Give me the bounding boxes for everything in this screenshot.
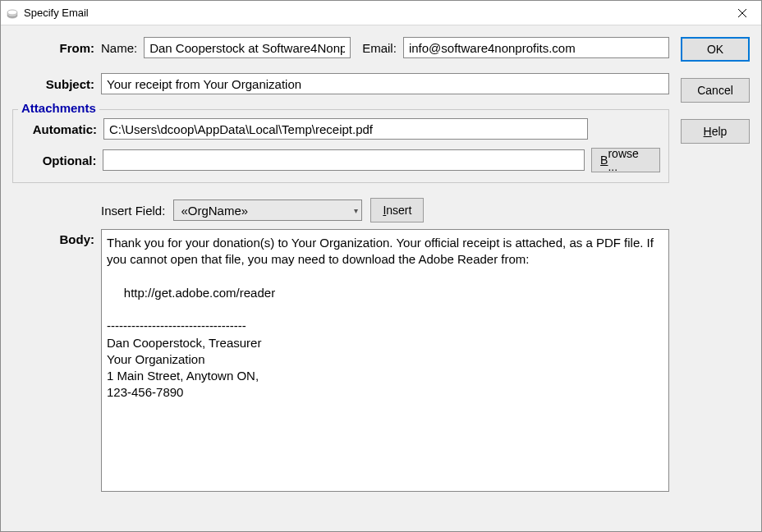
automatic-row: Automatic: [21, 118, 660, 140]
attachments-group: Attachments Automatic: Optional: Browse … [12, 109, 669, 183]
form-column: From: Name: Email: Subject: Attachments … [12, 37, 669, 520]
body-label: Body: [12, 229, 101, 492]
optional-path-input[interactable] [103, 149, 585, 171]
optional-row: Optional: Browse ... [21, 148, 660, 172]
browse-button[interactable]: Browse ... [591, 148, 660, 172]
subject-input[interactable] [101, 73, 669, 94]
insert-field-select[interactable]: «OrgName» ▾ [173, 200, 362, 221]
attachments-legend: Attachments [18, 101, 99, 115]
subject-row: Subject: [12, 73, 669, 94]
name-label: Name: [101, 41, 137, 55]
automatic-path-input [103, 118, 588, 140]
close-icon [738, 9, 746, 17]
dialog-window: Specify Email From: Name: Email: Subject… [0, 0, 762, 532]
insert-field-selected: «OrgName» [181, 204, 248, 218]
from-email-input[interactable] [403, 37, 669, 58]
app-icon [6, 7, 19, 20]
dialog-content: From: Name: Email: Subject: Attachments … [1, 25, 761, 531]
window-title: Specify Email [24, 7, 89, 19]
from-label: From: [12, 41, 101, 55]
cancel-button[interactable]: Cancel [681, 78, 750, 103]
titlebar-left: Specify Email [6, 7, 89, 20]
email-label: Email: [362, 41, 397, 55]
insert-field-row: Insert Field: «OrgName» ▾ Insert [101, 198, 669, 222]
svg-point-2 [7, 10, 17, 15]
automatic-label: Automatic: [21, 122, 97, 136]
from-body: Name: Email: [101, 37, 669, 58]
insert-button[interactable]: Insert [370, 198, 424, 222]
body-textarea[interactable] [101, 229, 669, 492]
from-name-input[interactable] [144, 37, 351, 58]
body-row: Body: [12, 229, 669, 492]
close-button[interactable] [723, 1, 761, 25]
optional-label: Optional: [21, 154, 96, 167]
chevron-down-icon: ▾ [354, 206, 358, 215]
subject-label: Subject: [12, 77, 101, 91]
ok-button[interactable]: OK [681, 37, 750, 62]
titlebar: Specify Email [1, 1, 761, 25]
help-button[interactable]: Help [681, 119, 750, 144]
button-column: OK Cancel Help [681, 37, 750, 520]
insert-field-label: Insert Field: [101, 204, 165, 218]
from-row: From: Name: Email: [12, 37, 669, 58]
